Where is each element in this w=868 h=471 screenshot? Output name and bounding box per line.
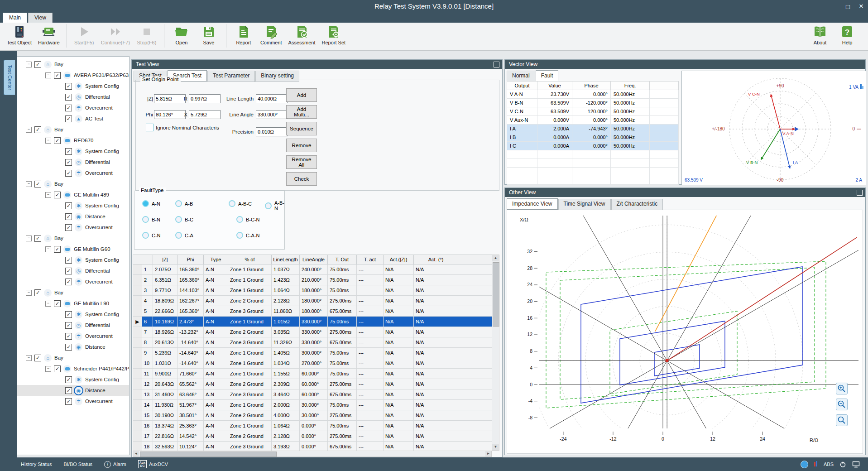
checkbox[interactable]: ✓ [34, 181, 41, 187]
checkbox[interactable]: ✓ [65, 115, 72, 122]
tree-item-bay[interactable]: −✓⌂Bay [17, 233, 129, 244]
checkbox[interactable]: ✓ [65, 268, 72, 274]
table-row[interactable]: 522.666Ω165.360°A-NZone 3 Ground11.860Ω1… [133, 306, 492, 317]
tree-item-overcurrent[interactable]: ✓☂Overcurrent [17, 276, 129, 287]
column-header[interactable]: Type [204, 255, 228, 264]
table-row[interactable]: 718.926Ω-13.232°A-NZone 2 Ground3.035Ω33… [133, 327, 492, 337]
column-header[interactable]: |Z| [153, 255, 177, 264]
faulttype-option-b-c-n[interactable]: B-C-N [236, 216, 260, 223]
tree-item-ge-multilin-l90[interactable]: −✓GE Multilin L90 [17, 298, 129, 309]
checkbox[interactable]: ✓ [65, 224, 72, 231]
tree-item-bay[interactable]: −✓⌂Bay [17, 178, 129, 189]
vector-row-v-a-n[interactable]: V A-N23.730V0.000°50.000Hz [507, 90, 679, 99]
checkbox[interactable]: ✓ [65, 202, 72, 209]
close-button[interactable]: × [859, 2, 863, 11]
tree-item-ge-multilin-489[interactable]: −✓GE Multilin 489 [17, 189, 129, 200]
add-button[interactable]: Add [286, 88, 317, 102]
tree-item-system-config[interactable]: ✓✱System Config [17, 309, 129, 320]
vector-row-i-a[interactable]: I A2.000A-74.943°50.000Hz [507, 125, 679, 133]
table-row[interactable]: 1331.460Ω63.646°A-NZone 3 Ground3.464Ω60… [133, 389, 492, 400]
checkbox[interactable]: ✓ [65, 83, 72, 90]
column-header[interactable]: Act. (°) [414, 255, 458, 264]
checkbox[interactable]: ✓ [34, 289, 41, 296]
checkbox[interactable]: ✓ [65, 376, 72, 383]
checkbox[interactable]: ✓ [65, 94, 72, 101]
vector-row-v-aux-n[interactable]: V Aux-N0.000V0.000°50.000Hz [507, 116, 679, 125]
tab-impedance-view[interactable]: Impedance View [507, 198, 558, 210]
table-row[interactable]: 39.771Ω144.103°A-NZone 1 Ground1.064Ω180… [133, 285, 492, 296]
tree-item-red670[interactable]: −✓RED670 [17, 135, 129, 146]
check-button[interactable]: Check [286, 172, 317, 186]
faulttype-option-a-b-c[interactable]: A-B-C [229, 200, 252, 207]
faulttype-option-a-n[interactable]: A-N [142, 200, 160, 207]
expander-icon[interactable]: − [45, 72, 51, 78]
column-header[interactable]: Act.(|Z|) [384, 255, 414, 264]
checkbox[interactable]: ✓ [65, 148, 72, 155]
ribbon-tab-view[interactable]: View [28, 13, 53, 23]
panel-maximize-icon[interactable] [494, 62, 499, 67]
tree-item-differential[interactable]: ✓◷Differential [17, 265, 129, 276]
table-row[interactable]: 1220.643Ω65.562°A-NZone 2 Ground2.309Ω60… [133, 379, 492, 389]
checkbox[interactable]: ✓ [65, 333, 72, 340]
add-multi-button[interactable]: Add Multi... [286, 105, 317, 119]
checkbox[interactable]: ✓ [54, 365, 61, 372]
tab-time-signal-view[interactable]: Time Signal View [558, 199, 611, 210]
tool-help[interactable]: ?Help [834, 23, 861, 50]
r-input[interactable] [189, 94, 221, 103]
faulttype-option-b-c[interactable]: B-C [175, 216, 193, 223]
tree-item-overcurrent[interactable]: ✓☂Overcurrent [17, 222, 129, 233]
expander-icon[interactable]: − [45, 301, 51, 307]
tool-test-object[interactable]: Test Object [4, 23, 35, 47]
zoom-out-button[interactable] [836, 399, 848, 410]
tree-item-system-config[interactable]: ✓✱System Config [17, 374, 129, 385]
checkbox[interactable]: ✓ [65, 213, 72, 220]
checkbox[interactable]: ✓ [65, 170, 72, 177]
sequence-button[interactable]: Sequence [286, 122, 317, 135]
display-icon[interactable] [852, 461, 860, 468]
faulttype-option-b-n[interactable]: B-N [142, 216, 160, 223]
checkbox[interactable]: ✓ [34, 235, 41, 242]
zoom-reset-button[interactable] [836, 414, 848, 426]
column-header[interactable]: T. act [357, 255, 384, 264]
tree-item-system-config[interactable]: ✓✱System Config [17, 81, 129, 91]
expander-icon[interactable]: − [26, 290, 32, 296]
alarm-item[interactable]: iAlarm [104, 461, 126, 468]
checkbox[interactable]: ✓ [54, 137, 61, 144]
checkbox[interactable]: ✓ [65, 344, 72, 351]
checkbox[interactable]: ✓ [65, 322, 72, 329]
expander-icon[interactable]: − [26, 236, 32, 241]
table-row[interactable]: 26.351Ω165.360°A-NZone 1 Ground1.423Ω210… [133, 275, 492, 285]
scrollbar-thumb[interactable] [140, 452, 277, 457]
column-header[interactable]: LineLength [272, 255, 300, 264]
expander-icon[interactable]: − [26, 355, 32, 361]
line-angle-input[interactable] [256, 110, 288, 119]
faulttype-option-c-n[interactable]: C-N [142, 232, 161, 239]
remove-all-button[interactable]: Remove All [286, 155, 317, 169]
tree-item-differential[interactable]: ✓◷Differential [17, 320, 129, 331]
tree-item-system-config[interactable]: ✓✱System Config [17, 200, 129, 211]
checkbox[interactable]: ✓ [54, 192, 61, 198]
checkbox[interactable]: ✓ [65, 257, 72, 264]
tree-item-avera-p631-p632-p633[interactable]: −✓AVERA P631/P632/P633 [17, 70, 129, 81]
vector-row-v-b-n[interactable]: V B-N63.509V-120.000°50.000Hz [507, 99, 679, 107]
tool-report[interactable]: Report [230, 23, 257, 47]
expander-icon[interactable]: − [26, 62, 32, 67]
tool-open[interactable]: Open [168, 23, 195, 47]
horizontal-scrollbar[interactable]: ◄ ► [133, 451, 492, 457]
tree-item-bay[interactable]: −✓⌂Bay [17, 124, 129, 135]
column-header[interactable]: % of [228, 255, 272, 264]
faulttype-option-a-b-n[interactable]: A-B-N [265, 200, 284, 211]
tool-assessment[interactable]: Assessment [285, 23, 319, 47]
column-header[interactable] [458, 255, 492, 264]
table-row[interactable]: 101.031Ω-14.640°A-NZone 1 Ground1.034Ω27… [133, 358, 492, 369]
checkbox[interactable]: ✓ [65, 105, 72, 111]
tree-item-overcurrent[interactable]: ✓☂Overcurrent [17, 102, 129, 113]
checkbox[interactable]: ✓ [34, 355, 41, 361]
line-length-input[interactable] [256, 94, 288, 103]
maximize-button[interactable]: □ [846, 3, 850, 10]
checkbox[interactable]: ✓ [65, 387, 72, 394]
expander-icon[interactable]: − [45, 192, 51, 198]
tree-item-bay[interactable]: −✓⌂Bay [17, 287, 129, 298]
scrollbar-thumb[interactable] [493, 262, 499, 327]
table-row[interactable]: 1411.930Ω51.967°A-NZone 1 Ground2.000Ω30… [133, 400, 492, 410]
